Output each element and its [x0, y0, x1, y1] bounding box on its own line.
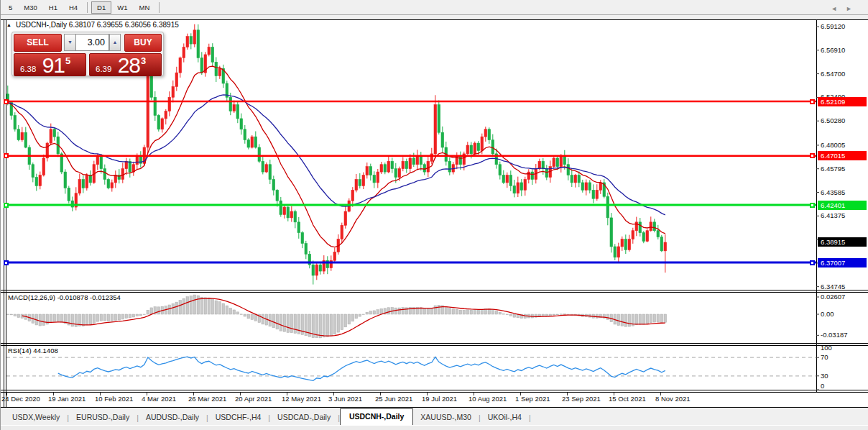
spin-down-icon: ▼: [68, 40, 73, 45]
level-line-handle[interactable]: [4, 99, 9, 104]
level-line-handle[interactable]: [4, 203, 9, 208]
date-axis-label: 26 Mar 2021: [188, 395, 226, 403]
macd-axis-tick: 0.00: [821, 310, 834, 319]
level-line-handle[interactable]: [810, 203, 815, 208]
date-axis-label: 10 Aug 2021: [468, 395, 507, 403]
date-axis-label: 4 Mar 2021: [142, 395, 176, 403]
tab-ukoil-h4[interactable]: UKOil-,H4: [481, 410, 529, 425]
price-axis-tick: 6.56910: [821, 46, 845, 55]
sell-price-big: 91: [42, 54, 65, 76]
level-price-label: 6.47015: [818, 151, 867, 160]
macd-label: MACD(12,26,9) -0.010878 -0.012354: [8, 293, 121, 301]
date-axis-label: 12 May 2021: [282, 395, 321, 403]
level-line-handle[interactable]: [4, 260, 9, 265]
chart-title: ▲ USDCNH-,Daily 6.38107 6.39655 6.36056 …: [6, 21, 179, 29]
price-axis-tick: 6.45795: [821, 165, 845, 173]
buy-price-big: 28: [118, 54, 140, 76]
rsi-label: RSI(14) 44.1408: [8, 347, 58, 354]
price-axis-tick: 6.48005: [821, 141, 845, 150]
tab-usdcnh-daily[interactable]: USDCNH-,Daily: [340, 408, 413, 425]
level-line-handle[interactable]: [810, 260, 815, 265]
date-axis-label: 19 Jul 2021: [422, 395, 457, 403]
level-line-handle[interactable]: [810, 99, 815, 104]
date-axis-label: 24 Dec 2020: [1, 395, 40, 403]
tab-usdchf-h4[interactable]: USDCHF-,H4: [208, 410, 269, 425]
chart-tab-bar: USDX,Weekly|EURUSD-,Daily|AUDUSD-,Daily|…: [1, 407, 868, 425]
price-axis-tick: 6.54700: [821, 70, 845, 78]
level-line-handle[interactable]: [810, 153, 815, 158]
buy-price-small: 6.39: [96, 65, 111, 73]
macd-axis-tick: 0.02607: [821, 293, 845, 301]
date-axis-label: 25 Jun 2021: [375, 395, 412, 403]
tab-scroll-left-icon[interactable]: ◄: [831, 5, 846, 12]
sell-price-small: 6.38: [20, 65, 36, 73]
rsi-axis-tick: 0: [821, 382, 824, 390]
sell-price-sup: 5: [65, 55, 70, 76]
chart-title-text: USDCNH-,Daily 6.38107 6.39655 6.36056 6.…: [16, 21, 179, 29]
tab-scroll-right-icon[interactable]: ►: [846, 5, 861, 12]
volume-increase-button[interactable]: ▲: [109, 34, 121, 51]
buy-price-sup: 3: [141, 55, 146, 76]
tab-xauusd-m30[interactable]: XAUUSD-,M30: [413, 410, 479, 425]
date-axis-label: 20 Apr 2021: [235, 395, 272, 403]
buy-button[interactable]: BUY: [124, 34, 162, 52]
tab-audusd-daily[interactable]: AUDUSD-,Daily: [139, 410, 206, 425]
date-axis-label: 19 Jan 2021: [48, 395, 86, 403]
date-axis-label: 8 Nov 2021: [655, 395, 691, 403]
price-axis-tick: 6.34745: [821, 283, 845, 291]
spin-up-icon: ▲: [113, 40, 118, 45]
rsi-axis-tick: 70: [821, 353, 828, 362]
date-axis-label: 23 Sep 2021: [562, 395, 601, 403]
tab-usdcad-daily[interactable]: USDCAD-,Daily: [270, 410, 338, 425]
status-strip: [1, 425, 868, 430]
rsi-axis-tick: 100: [821, 344, 832, 352]
tab-eurusd-daily[interactable]: EURUSD-,Daily: [69, 410, 137, 425]
sell-quote-button[interactable]: 6.38 91 5: [14, 53, 86, 76]
date-axis-label: 15 Oct 2021: [609, 395, 646, 403]
price-axis-tick: 6.59120: [821, 22, 845, 31]
tab-separator: |: [529, 413, 531, 425]
level-price-label: 6.52109: [818, 97, 867, 106]
volume-decrease-button[interactable]: ▼: [64, 34, 75, 51]
date-axis-label: 10 Feb 2021: [95, 395, 133, 403]
price-axis-tick: 6.43585: [821, 188, 845, 197]
level-price-label: 6.42401: [818, 201, 867, 210]
tab-scroll-buttons[interactable]: ◄►: [831, 5, 861, 12]
tab-usdx-weekly[interactable]: USDX,Weekly: [5, 410, 67, 425]
price-axis-tick: 6.41375: [821, 211, 845, 220]
rsi-axis-tick: 30: [821, 372, 828, 380]
macd-axis-tick: -0.03187: [821, 331, 848, 339]
level-price-label: 6.37007: [818, 258, 867, 267]
terminal-window: 5M30H1H4D1W1MN ▲ USDCNH-,Daily 6.38107 6…: [0, 0, 868, 430]
level-line-handle[interactable]: [4, 153, 9, 158]
date-axis-label: 1 Sep 2021: [515, 395, 550, 403]
price-axis-tick: 6.50280: [821, 116, 845, 125]
date-axis-label: 3 Jun 2021: [328, 395, 362, 403]
current-price-label: 6.38915: [818, 237, 867, 247]
one-click-trading-panel: SELL ▼ ▲ BUY 6.38 91 5 6.39 28 3: [11, 32, 164, 76]
sell-button[interactable]: SELL: [14, 34, 62, 52]
volume-input[interactable]: [75, 34, 109, 51]
buy-quote-button[interactable]: 6.39 28 3: [89, 53, 162, 76]
collapse-panel-icon[interactable]: ▲: [6, 22, 11, 29]
